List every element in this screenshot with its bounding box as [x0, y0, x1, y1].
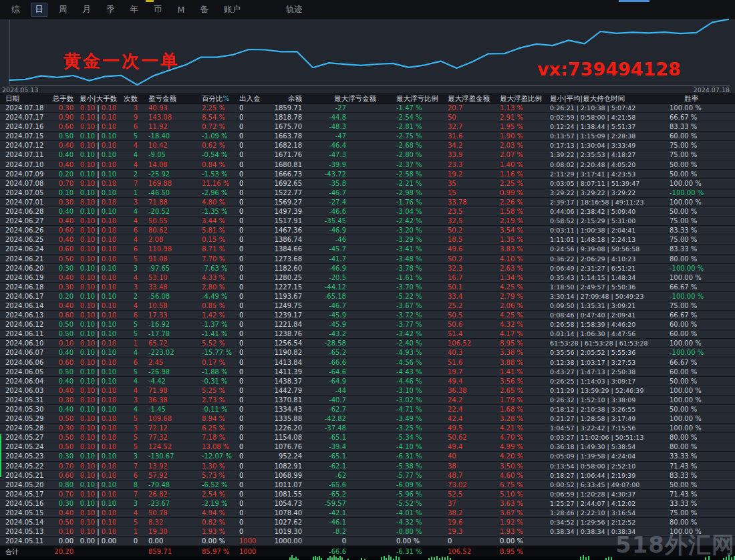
cell-col8: -40.7 [305, 396, 393, 404]
table-row-2024.05.28[interactable]: 2024.05.280.300.10 | 0.10372.126.25 %012… [0, 424, 735, 433]
table-row-2024.06.18[interactable]: 2024.06.180.300.10 | 0.10333.482.80 %012… [0, 283, 735, 292]
cell-col3: 4 [123, 160, 138, 169]
table-row-2024.05.17[interactable]: 2024.05.170.700.10 | 0.10726.822.54 %010… [0, 490, 735, 499]
table-row-2024.07.17[interactable]: 2024.07.170.900.10 | 0.109143.088.54 %01… [0, 113, 735, 122]
cell-col8: -46.1 [305, 518, 393, 527]
cell-col1: 0.50 [51, 518, 74, 527]
cell-col1: 0.40 [51, 405, 74, 414]
cell-col0: 2024.05.15 [0, 509, 51, 517]
table-row-2024.07.18[interactable]: 2024.07.180.300.10 | 0.10340.932.25 %018… [0, 104, 735, 113]
table-row-2024.05.14[interactable]: 2024.05.140.500.10 | 0.1058.320.82 %0102… [0, 518, 735, 527]
cell-col10: 0 [445, 537, 497, 545]
table-row-2024.06.13[interactable]: 2024.06.130.600.10 | 0.10617.331.42 %012… [0, 311, 735, 320]
cell-col8: -62.1 [305, 462, 393, 470]
cell-col0: 2024.07.01 [0, 198, 51, 206]
cell-col12: 0:08:02 | 2:20:48 | 4:05:20 [547, 160, 666, 169]
cell-col5: -0.31 % [198, 377, 235, 386]
table-row-2024.05.31[interactable]: 2024.05.310.300.10 | 0.10336.382.73 %013… [0, 396, 735, 405]
menu-item-trail[interactable]: 轨迹 [282, 3, 307, 17]
cell-col11: 4.25 % [497, 311, 547, 319]
table-row-2024.06.12[interactable]: 2024.06.120.500.10 | 0.105-16.92-1.37 %0… [0, 320, 735, 329]
cell-col12: 0:08:46 | 0:47:40 | 2:09:41 [547, 311, 666, 319]
table-row-2024.06.27[interactable]: 2024.06.270.400.10 | 0.10450.553.44 %015… [0, 217, 735, 226]
table-row-2024.06.26[interactable]: 2024.06.260.600.10 | 0.10680.625.81 %014… [0, 226, 735, 235]
table-row-2024.05.15[interactable]: 2024.05.150.400.10 | 0.10450.784.94 %010… [0, 509, 735, 518]
table-row-2024.06.21[interactable]: 2024.06.210.500.10 | 0.10591.087.70 %012… [0, 255, 735, 264]
table-row-2024.07.16[interactable]: 2024.07.160.600.10 | 0.10611.920.72 %016… [0, 122, 735, 132]
cell-col12: 1:11:01 | 1:48:18 | 2:24:13 [547, 235, 666, 244]
table-row-2024.07.10[interactable]: 2024.07.100.400.10 | 0.10414.080.84 %016… [0, 160, 735, 170]
table-row-2024.05.20[interactable]: 2024.05.200.800.10 | 0.108-70.48-6.52 %0… [0, 480, 735, 490]
table-row-2024.06.06[interactable]: 2024.06.060.600.10 | 0.1062.450.17 %0141… [0, 358, 735, 368]
cell-col2: 0.10 | 0.10 [74, 198, 123, 206]
table-row-2024.05.22[interactable]: 2024.05.220.700.10 | 0.10713.921.30 %010… [0, 462, 735, 471]
table-row-2024.07.05[interactable]: 2024.07.050.100.10 | 0.101-46.50-2.96 %0… [0, 188, 735, 198]
cell-col8: -65.6 [305, 480, 393, 489]
cell-col10: 32.3 [445, 264, 497, 273]
cell-col5: 0.00 % [198, 537, 235, 545]
cell-col6: 0 [235, 207, 274, 216]
table-row-2024.06.20[interactable]: 2024.06.200.300.10 | 0.103-97.65-7.63 %0… [0, 264, 735, 273]
menu-item-月[interactable]: 月 [79, 3, 96, 17]
menu-item-综[interactable]: 综 [7, 3, 24, 17]
table-row-2024.06.05[interactable]: 2024.06.050.500.10 | 0.105-26.98-1.88 %0… [0, 368, 735, 377]
table-row-2024.07.09[interactable]: 2024.07.090.200.10 | 0.102-25.92-1.53 %0… [0, 170, 735, 179]
table-row-2024.05.21[interactable]: 2024.05.210.600.10 | 0.10657.925.73 %010… [0, 471, 735, 480]
table-row-2024.07.15[interactable]: 2024.07.150.500.10 | 0.105-18.40-1.09 %0… [0, 132, 735, 141]
cell-col0: 2024.05.16 [0, 499, 51, 508]
table-row-2024.06.10[interactable]: 2024.06.100.100.10 | 0.10165.725.52 %012… [0, 339, 735, 348]
cell-col13: 75.00 % [666, 509, 735, 517]
table-row-2024.07.08[interactable]: 2024.07.080.700.10 | 0.107169.8811.16 %0… [0, 179, 735, 188]
cell-col4: 124.52 [138, 442, 198, 451]
table-row-2024.06.07[interactable]: 2024.06.070.400.10 | 0.104-223.02-15.77 … [0, 348, 735, 358]
table-row-2024.05.27[interactable]: 2024.05.270.500.10 | 0.10577.327.18 %011… [0, 433, 735, 442]
table-row-2024.05.29[interactable]: 2024.05.290.500.10 | 0.105109.688.94 %01… [0, 414, 735, 424]
menu-item-M[interactable]: M [174, 3, 189, 16]
cell-col6: 0 [235, 245, 274, 253]
cell-col2: 0.10 | 0.10 [74, 255, 123, 263]
cell-col3: 3 [123, 198, 138, 206]
table-row-2024.07.01[interactable]: 2024.07.010.300.10 | 0.10371.884.80 %015… [0, 198, 735, 207]
cell-col5: 7.70 % [198, 255, 235, 263]
cell-col7: 1334.43 [274, 405, 305, 414]
table-row-2024.06.28[interactable]: 2024.06.280.400.10 | 0.104-20.52-1.35 %0… [0, 207, 735, 217]
table-row-2024.06.19[interactable]: 2024.06.190.400.10 | 0.10453.104.33 %012… [0, 273, 735, 283]
cell-col8: -39.4 [305, 442, 393, 451]
cell-col12: 0:02:59 | 0:58:00 | 4:21:58 [547, 113, 666, 122]
table-row-2024.05.30[interactable]: 2024.05.300.400.10 | 0.104-1.45-0.11 %01… [0, 405, 735, 414]
menu-item-周[interactable]: 周 [55, 3, 71, 17]
table-row-2024.06.11[interactable]: 2024.06.110.500.10 | 0.105-17.78-1.41 %0… [0, 329, 735, 339]
menu-item-年[interactable]: 年 [126, 3, 143, 17]
table-row-2024.05.16[interactable]: 2024.05.160.300.10 | 0.103-23.67-2.19 %0… [0, 499, 735, 509]
cell-col13: 75.00 % [666, 141, 735, 150]
table-row-2024.06.04[interactable]: 2024.06.040.400.10 | 0.104-4.42-0.31 %01… [0, 377, 735, 386]
cell-col5: 5.73 % [198, 471, 235, 480]
cell-col1: 0.70 [51, 462, 74, 470]
cell-col0: 2024.06.11 [0, 329, 51, 338]
cell-col2: 0.10 | 0.10 [74, 122, 123, 131]
table-row-2024.07.12[interactable]: 2024.07.120.400.10 | 0.10410.420.62 %016… [0, 141, 735, 150]
table-row-2024.05.23[interactable]: 2024.05.230.300.10 | 0.103-130.67-12.07 … [0, 452, 735, 461]
cell-col6: 0 [235, 198, 274, 206]
chart-annotation-left: 黄金一次一单 [63, 49, 180, 73]
sparkline-bar [434, 557, 435, 560]
table-row-2024.06.14[interactable]: 2024.06.140.400.10 | 0.10410.580.85 %012… [0, 301, 735, 311]
cell-col11: 1.35 % [497, 235, 547, 244]
cell-col8: -43.72 [305, 170, 393, 178]
table-row-2024.07.11[interactable]: 2024.07.110.400.10 | 0.104-9.05-0.54 %01… [0, 150, 735, 160]
cell-col6: 0 [235, 452, 274, 460]
table-row-2024.05.24[interactable]: 2024.05.240.500.10 | 0.105124.5213.08 %0… [0, 442, 735, 452]
cell-col0: 2024.05.11 [0, 537, 51, 545]
menu-item-日[interactable]: 日 [31, 3, 48, 17]
menu-item-备[interactable]: 备 [196, 3, 212, 17]
menu-item-季[interactable]: 季 [102, 3, 119, 17]
cell-col5: 85.97 % [198, 547, 235, 556]
table-row-2024.06.17[interactable]: 2024.06.170.200.10 | 0.102-56.08-4.49 %0… [0, 292, 735, 301]
menu-item-币[interactable]: 币 [150, 3, 166, 17]
table-row-2024.06.25[interactable]: 2024.06.250.400.10 | 0.1042.080.15 %0138… [0, 235, 735, 245]
table-row-2024.06.24[interactable]: 2024.06.240.600.10 | 0.106110.988.71 %01… [0, 245, 735, 254]
table-row-2024.06.03[interactable]: 2024.06.030.400.10 | 0.10471.985.25 %014… [0, 386, 735, 396]
menu-item-账户[interactable]: 账户 [220, 3, 245, 17]
cell-col5: 0.82 % [198, 518, 235, 527]
cell-col11: 8.95 % [497, 339, 547, 347]
